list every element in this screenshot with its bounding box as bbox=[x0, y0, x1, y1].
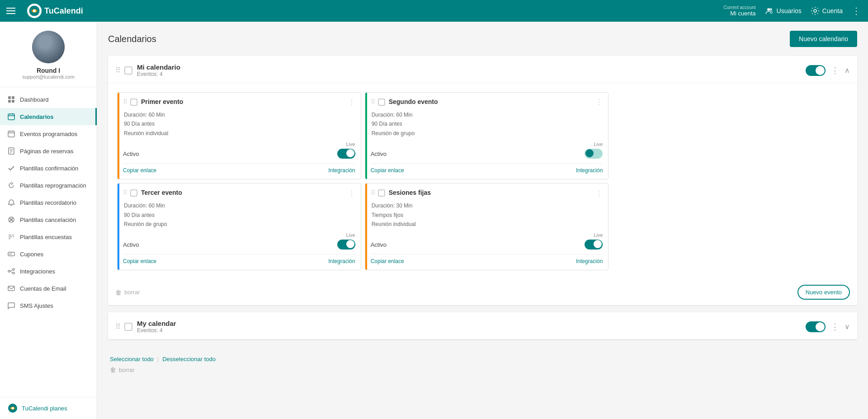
event-card-segundo-evento: ⠿ Segundo evento ⋮ Duración: 60 Min90 Dí… bbox=[365, 92, 609, 179]
event-more-btn[interactable]: ⋮ bbox=[348, 189, 355, 198]
sidebar-item-integraciones[interactable]: Integraciones bbox=[0, 263, 97, 280]
svg-point-1 bbox=[33, 9, 36, 12]
event-toggle[interactable] bbox=[337, 240, 355, 250]
bottom-actions-row: Seleccionar todo | Desseleccionar todo 🗑… bbox=[108, 347, 857, 379]
sidebar-item-label: Dashboard bbox=[20, 96, 49, 103]
event-active-label: Activo bbox=[123, 241, 139, 248]
copy-link-btn[interactable]: Copiar enlace bbox=[123, 258, 156, 264]
event-live-badge: Live bbox=[346, 141, 355, 147]
event-checkbox[interactable] bbox=[130, 189, 137, 197]
event-drag-icon[interactable]: ⠿ bbox=[371, 98, 375, 105]
integration-btn[interactable]: Integración bbox=[328, 167, 355, 174]
calendar-toggle[interactable] bbox=[806, 65, 826, 76]
calendar-footer: 🗑 borrar Nuevo evento bbox=[108, 279, 857, 305]
event-live-row: Live bbox=[371, 232, 603, 238]
avatar bbox=[32, 31, 65, 63]
copy-link-btn[interactable]: Copiar enlace bbox=[123, 167, 156, 174]
calendar-collapse-btn[interactable]: ∧ bbox=[844, 66, 850, 75]
delete-all-btn[interactable]: 🗑 borrar bbox=[110, 366, 855, 373]
account-name: Mi cuenta bbox=[730, 10, 755, 17]
usuarios-nav[interactable]: Usuarios bbox=[765, 6, 802, 15]
calendar-expand-btn[interactable]: ∨ bbox=[844, 322, 850, 331]
event-title: Sesiones fijas bbox=[389, 189, 594, 196]
topbar: TuCalendi Current account Mi cuenta Usua… bbox=[0, 0, 868, 22]
copy-link-btn[interactable]: Copiar enlace bbox=[371, 258, 404, 264]
sidebar-item-recordatorio[interactable]: Plantillas recordatorio bbox=[0, 194, 97, 211]
event-card-primer-evento: ⠿ Primer evento ⋮ Duración: 60 Min90 Día… bbox=[117, 92, 361, 179]
bottom-actions: Seleccionar todo | Desseleccionar todo bbox=[110, 352, 855, 364]
drag-handle-icon[interactable]: ⠿ bbox=[115, 66, 121, 75]
event-accent bbox=[118, 93, 119, 179]
sidebar-item-paginas[interactable]: Páginas de reservas bbox=[0, 142, 97, 160]
event-checkbox[interactable] bbox=[378, 99, 385, 106]
sidebar-item-confirmacion[interactable]: Plantillas confirmación bbox=[0, 160, 97, 177]
calendar-checkbox[interactable] bbox=[124, 323, 132, 331]
recordatorio-icon bbox=[7, 198, 15, 207]
topbar-right: Current account Mi cuenta Usuarios Cuent… bbox=[723, 5, 868, 17]
sidebar-item-encuestas[interactable]: Plantillas encuestas bbox=[0, 228, 97, 245]
event-details: Duración: 30 MinTiempos fijosReunión ind… bbox=[371, 201, 603, 229]
svg-point-3 bbox=[769, 8, 772, 11]
calendar-more-btn[interactable]: ⋮ bbox=[831, 66, 839, 75]
sidebar-item-reprogramacion[interactable]: Plantillas reprogramación bbox=[0, 177, 97, 194]
event-drag-icon[interactable]: ⠿ bbox=[123, 98, 127, 105]
calendar-checkbox[interactable] bbox=[124, 66, 132, 75]
profile-name: Round I bbox=[37, 67, 60, 74]
integration-btn[interactable]: Integración bbox=[576, 258, 603, 264]
svg-point-29 bbox=[13, 268, 14, 270]
calendar-toggle[interactable] bbox=[806, 321, 826, 332]
encuestas-icon bbox=[7, 233, 15, 241]
copy-link-btn[interactable]: Copiar enlace bbox=[371, 167, 404, 174]
sidebar-item-cancelacion[interactable]: Plantillas cancelación bbox=[0, 211, 97, 228]
event-active-row: Activo bbox=[371, 149, 603, 159]
menu-button[interactable] bbox=[0, 0, 22, 22]
svg-rect-6 bbox=[12, 96, 14, 99]
calendar-name: My calendar bbox=[137, 320, 806, 327]
sidebar-item-calendarios[interactable]: Calendarios bbox=[0, 108, 97, 125]
event-more-btn[interactable]: ⋮ bbox=[595, 189, 603, 198]
calendar-card-my-calendar: ⠿ My calendar Eventos: 4 ⋮ ∨ bbox=[108, 312, 857, 339]
sidebar-footer[interactable]: TuCalendi planes bbox=[0, 397, 97, 419]
event-details: Duración: 60 Min90 Día antesReunión de g… bbox=[371, 110, 603, 138]
sidebar-item-cupones[interactable]: Cupones bbox=[0, 245, 97, 263]
delete-calendar-btn[interactable]: 🗑 borrar bbox=[115, 289, 140, 296]
sidebar-item-label: SMS Ajustes bbox=[20, 302, 53, 309]
event-active-row: Activo bbox=[123, 149, 355, 159]
event-toggle-knob bbox=[594, 240, 602, 248]
cancelacion-icon bbox=[7, 216, 15, 224]
sidebar-item-label: Calendarios bbox=[20, 113, 53, 120]
calendar-header: ⠿ Mi calendario Eventos: 4 ⋮ ∧ bbox=[108, 56, 857, 83]
new-calendar-button[interactable]: Nuevo calendario bbox=[790, 31, 857, 47]
sidebar-item-sms[interactable]: SMS Ajustes bbox=[0, 297, 97, 314]
svg-point-35 bbox=[12, 407, 14, 410]
new-event-button[interactable]: Nuevo evento bbox=[797, 285, 850, 300]
event-more-btn[interactable]: ⋮ bbox=[595, 98, 603, 107]
cuenta-nav[interactable]: Cuenta bbox=[811, 6, 843, 15]
event-drag-icon[interactable]: ⠿ bbox=[123, 189, 127, 196]
topbar-more-btn[interactable]: ⋮ bbox=[852, 5, 861, 16]
footer-plans-link[interactable]: TuCalendi planes bbox=[22, 405, 67, 412]
event-toggle[interactable] bbox=[337, 149, 355, 159]
page-title: Calendarios bbox=[108, 34, 156, 44]
sidebar-item-eventos[interactable]: Eventos programados bbox=[0, 125, 97, 142]
drag-handle-icon[interactable]: ⠿ bbox=[115, 322, 121, 331]
event-drag-icon[interactable]: ⠿ bbox=[371, 189, 375, 196]
event-toggle[interactable] bbox=[585, 240, 603, 250]
event-checkbox[interactable] bbox=[130, 99, 137, 106]
svg-point-4 bbox=[814, 9, 816, 12]
event-checkbox[interactable] bbox=[378, 189, 385, 197]
integration-btn[interactable]: Integración bbox=[576, 167, 603, 174]
toggle-knob bbox=[816, 66, 825, 75]
sidebar-item-cuentas-email[interactable]: Cuentas de Email bbox=[0, 280, 97, 297]
sidebar-item-dashboard[interactable]: Dashboard bbox=[0, 91, 97, 108]
calendar-more-btn[interactable]: ⋮ bbox=[831, 322, 839, 332]
select-all-btn[interactable]: Seleccionar todo bbox=[110, 356, 154, 363]
event-more-btn[interactable]: ⋮ bbox=[348, 98, 355, 107]
deselect-all-btn[interactable]: Desseleccionar todo bbox=[162, 356, 216, 363]
integration-btn[interactable]: Integración bbox=[328, 258, 355, 264]
page-header: Calendarios Nuevo calendario bbox=[108, 31, 857, 47]
event-active-label: Activo bbox=[371, 151, 387, 157]
event-accent bbox=[365, 184, 367, 270]
event-accent bbox=[365, 93, 367, 179]
event-toggle[interactable] bbox=[585, 149, 603, 159]
